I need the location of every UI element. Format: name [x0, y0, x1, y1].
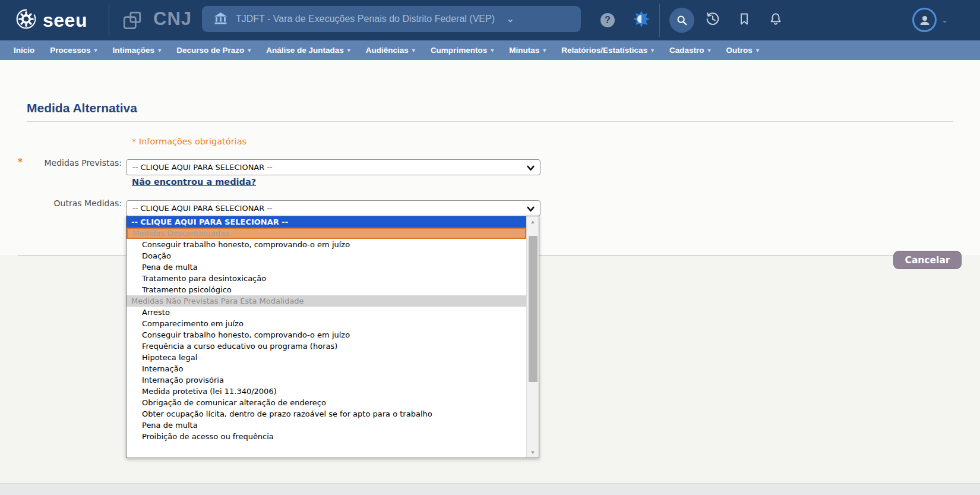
- nav-item-minutas[interactable]: Minutas▾: [501, 40, 554, 60]
- bell-icon: [768, 11, 783, 30]
- medidas-previstas-select[interactable]: -- CLIQUE AQUI PARA SELECIONAR --: [126, 159, 540, 175]
- dropdown-option-medida-protetiva-lei-11-340-2006[interactable]: Medida protetiva (lei 11.340/2006): [127, 386, 526, 397]
- brightness-icon: [633, 11, 650, 30]
- search-icon: [669, 8, 694, 33]
- dropdown-option-pena-de-multa[interactable]: Pena de multa: [127, 261, 526, 273]
- bookmark-icon: [737, 11, 751, 29]
- brand-name: seeu: [43, 10, 87, 31]
- chevron-down-icon: ⌄: [507, 14, 514, 24]
- medidas-previstas-value: -- CLIQUE AQUI PARA SELECIONAR --: [132, 163, 273, 172]
- nav-item-outros[interactable]: Outros▾: [719, 40, 767, 60]
- dropdown-option-hipoteca-legal[interactable]: Hipoteca legal: [127, 352, 526, 363]
- chevron-down-icon: ▾: [158, 47, 161, 53]
- dropdown-option-doacao[interactable]: Doação: [127, 250, 526, 261]
- seeu-logo[interactable]: seeu: [15, 8, 87, 32]
- nav-item-inicio[interactable]: Início: [6, 40, 42, 60]
- pje-icon: [122, 10, 143, 34]
- chevron-down-icon: ⌄: [941, 15, 948, 24]
- medidas-previstas-label: Medidas Previstas:: [0, 158, 122, 168]
- cnj-logo: CNJ: [153, 8, 192, 30]
- dropdown-scrollbar[interactable]: ▲ ▼: [526, 216, 539, 458]
- chevron-down-icon: ▾: [708, 47, 711, 53]
- search-button[interactable]: [669, 0, 694, 40]
- chevron-down-icon: ▾: [347, 47, 350, 53]
- nav-item-label: Análise de Juntadas: [266, 46, 344, 55]
- scrollbar-thumb[interactable]: [529, 236, 538, 382]
- dropdown-option-obrigacao-de-comunicar-alteracao-de-endereco[interactable]: Obrigação de comunicar alteração de ende…: [127, 397, 526, 408]
- notifications-button[interactable]: [766, 0, 785, 40]
- help-icon: ?: [600, 13, 615, 27]
- bookmark-button[interactable]: [735, 0, 753, 40]
- chevron-down-icon: [526, 204, 535, 216]
- chevron-down-icon: ▾: [248, 47, 251, 53]
- outras-medidas-dropdown-panel: -- CLIQUE AQUI PARA SELECIONAR --Medidas…: [126, 216, 539, 458]
- chevron-down-icon: ▾: [756, 47, 759, 53]
- dropdown-option-comparecimento-em-juizo[interactable]: Comparecimento em juízo: [127, 318, 526, 329]
- nav-item-label: Cadastro: [669, 46, 704, 55]
- header-divider: [659, 4, 660, 37]
- nav-item-label: Outros: [726, 46, 753, 55]
- nav-item-analise-de-juntadas[interactable]: Análise de Juntadas▾: [258, 40, 358, 60]
- nav-item-label: Início: [14, 46, 34, 55]
- chevron-down-icon: ▾: [491, 47, 494, 53]
- outras-medidas-select[interactable]: -- CLIQUE AQUI PARA SELECIONAR --: [126, 200, 540, 216]
- nav-item-relatorios-estatisticas[interactable]: Relatórios/Estatísticas▾: [554, 40, 662, 60]
- outras-medidas-value: -- CLIQUE AQUI PARA SELECIONAR --: [132, 204, 273, 213]
- cancel-button[interactable]: Cancelar: [893, 251, 962, 269]
- dropdown-option-pena-de-multa[interactable]: Pena de multa: [127, 420, 526, 431]
- dropdown-group-medidas-nao-previstas-para-esta-modalidade[interactable]: Medidas Não Previstas Para Esta Modalida…: [127, 295, 526, 307]
- court-selector-dropdown[interactable]: TJDFT - Vara de Execuções Penais do Dist…: [202, 6, 581, 32]
- nav-item-label: Processos: [50, 46, 90, 55]
- main-nav: InícioProcessos▾Intimações▾Decurso de Pr…: [0, 40, 980, 60]
- dropdown-option-frequencia-a-curso-educativo-ou-programa-horas[interactable]: Frequência a curso educativo ou programa…: [127, 340, 526, 352]
- scroll-down-icon[interactable]: ▼: [527, 447, 539, 457]
- scroll-up-icon[interactable]: ▲: [527, 217, 539, 226]
- dropdown-group-medidas-descontinuadas[interactable]: Medidas Descontinuadas: [127, 228, 526, 239]
- nav-item-cumprimentos[interactable]: Cumprimentos▾: [423, 40, 501, 60]
- nav-item-label: Intimações: [113, 46, 155, 55]
- user-avatar-icon: [912, 8, 937, 32]
- bank-icon: [214, 12, 227, 27]
- user-menu[interactable]: ⌄: [912, 8, 948, 32]
- chevron-down-icon: ▾: [651, 47, 654, 53]
- top-header-bar: seeu CNJ TJDFT - Vara de Execuções Penai…: [0, 0, 980, 40]
- nav-item-intimacoes[interactable]: Intimações▾: [105, 40, 169, 60]
- nav-item-label: Minutas: [509, 46, 539, 55]
- footer-strip: [0, 483, 980, 495]
- dropdown-option-obter-ocupacao-licita-dentro-de-prazo-razoavel-se-for-apto-para-o-trabalho[interactable]: Obter ocupação lícita, dentro de prazo r…: [127, 408, 526, 420]
- dropdown-option-tratamento-para-desintoxicacao[interactable]: Tratamento para desintoxicação: [127, 273, 526, 284]
- chevron-down-icon: ▾: [412, 47, 415, 53]
- chevron-down-icon: ▾: [94, 47, 97, 53]
- history-button[interactable]: [703, 0, 723, 40]
- page-title: Medida Alternativa: [27, 101, 137, 115]
- outras-medidas-label: Outras Medidas:: [0, 198, 122, 208]
- brightness-button[interactable]: [632, 0, 651, 40]
- chevron-down-icon: [526, 163, 535, 175]
- required-info-note: * Informações obrigatórias: [132, 137, 246, 146]
- nav-item-label: Relatórios/Estatísticas: [561, 46, 647, 55]
- not-found-medida-link[interactable]: Não encontrou a medida?: [132, 177, 256, 187]
- dropdown-option-tratamento-psicologico[interactable]: Tratamento psicológico: [127, 284, 526, 295]
- dropdown-option-conseguir-trabalho-honesto-comprovando-o-em-juizo[interactable]: Conseguir trabalho honesto, comprovando-…: [127, 239, 526, 250]
- history-icon: [704, 11, 721, 30]
- dropdown-option-internacao-provisoria[interactable]: Internação provisória: [127, 374, 526, 386]
- nav-item-label: Audiências: [366, 46, 409, 55]
- dropdown-option-arresto[interactable]: Arresto: [127, 307, 526, 318]
- nav-item-label: Decurso de Prazo: [176, 46, 244, 55]
- dropdown-option-list: -- CLIQUE AQUI PARA SELECIONAR --Medidas…: [127, 216, 526, 458]
- nav-item-processos[interactable]: Processos▾: [42, 40, 105, 60]
- nav-item-label: Cumprimentos: [431, 46, 487, 55]
- dropdown-option-selected[interactable]: -- CLIQUE AQUI PARA SELECIONAR --: [127, 216, 526, 228]
- chevron-down-icon: ▾: [543, 47, 546, 53]
- nav-item-audiencias[interactable]: Audiências▾: [358, 40, 423, 60]
- court-selector-label: TJDFT - Vara de Execuções Penais do Dist…: [236, 14, 495, 24]
- gear-icon: [15, 8, 37, 32]
- nav-item-cadastro[interactable]: Cadastro▾: [662, 40, 719, 60]
- help-button[interactable]: ?: [599, 0, 616, 40]
- dropdown-option-internacao[interactable]: Internação: [127, 363, 526, 374]
- nav-item-decurso-de-prazo[interactable]: Decurso de Prazo▾: [169, 40, 258, 60]
- dropdown-option-conseguir-trabalho-honesto-comprovando-o-em-juizo[interactable]: Conseguir trabalho honesto, comprovando-…: [127, 329, 526, 340]
- dropdown-option-proibicao-de-acesso-ou-frequencia[interactable]: Proibição de acesso ou frequência: [127, 431, 526, 442]
- title-divider: [27, 121, 953, 122]
- header-divider: [109, 4, 109, 37]
